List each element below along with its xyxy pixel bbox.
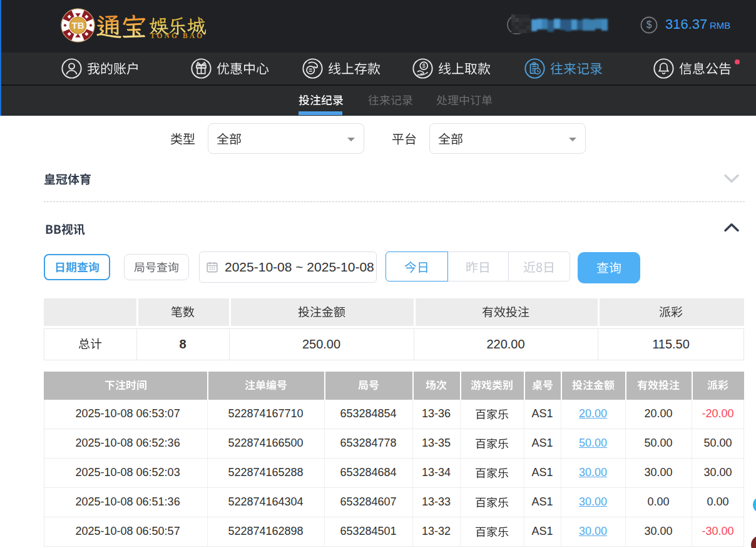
svg-text:TB: TB	[72, 20, 84, 31]
svg-text:$: $	[422, 63, 426, 69]
svg-text:$: $	[646, 19, 652, 30]
